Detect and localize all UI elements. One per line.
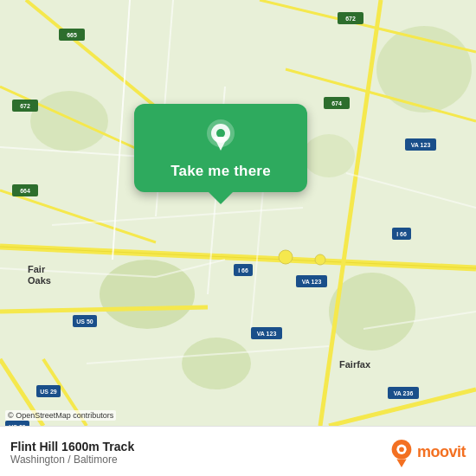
location-subtitle: Washington / Baltimore xyxy=(10,453,134,466)
svg-point-69 xyxy=(399,447,404,452)
svg-point-31 xyxy=(315,254,325,265)
moovit-logo: moovit xyxy=(389,438,466,467)
svg-text:VA 123: VA 123 xyxy=(302,279,322,285)
svg-text:Fairfax: Fairfax xyxy=(339,359,371,370)
svg-text:US 29: US 29 xyxy=(40,389,57,395)
location-title: Flint Hill 1600m Track xyxy=(10,440,134,453)
osm-attribution: © OpenStreetMap contributors xyxy=(5,410,116,421)
moovit-brand-text: moovit xyxy=(417,443,466,461)
svg-text:672: 672 xyxy=(345,16,356,22)
svg-text:665: 665 xyxy=(67,32,77,38)
svg-text:674: 674 xyxy=(331,100,342,106)
svg-point-30 xyxy=(279,250,293,264)
svg-text:VA 236: VA 236 xyxy=(394,390,414,396)
svg-point-65 xyxy=(216,129,225,138)
svg-text:Fair: Fair xyxy=(28,264,46,274)
take-me-there-label: Take me there xyxy=(170,163,271,180)
svg-text:672: 672 xyxy=(20,103,30,109)
location-info: Flint Hill 1600m Track Washington / Balt… xyxy=(10,440,134,466)
map-svg: 665 672 672 674 VA 123 664 I 66 I 66 VA … xyxy=(0,0,476,426)
svg-point-6 xyxy=(303,134,355,177)
location-pin-icon xyxy=(202,118,240,156)
svg-text:Oaks: Oaks xyxy=(28,275,51,286)
svg-text:VA 123: VA 123 xyxy=(257,331,277,337)
svg-text:664: 664 xyxy=(20,188,30,194)
take-me-there-popup[interactable]: Take me there xyxy=(134,104,307,192)
svg-point-2 xyxy=(182,338,251,389)
svg-text:I 66: I 66 xyxy=(238,267,248,273)
svg-marker-70 xyxy=(396,459,406,466)
svg-text:I 66: I 66 xyxy=(396,231,407,237)
svg-text:VA 123: VA 123 xyxy=(411,142,431,148)
bottom-bar: Flint Hill 1600m Track Washington / Balt… xyxy=(0,426,476,476)
svg-point-5 xyxy=(30,91,108,151)
map-container: 665 672 672 674 VA 123 664 I 66 I 66 VA … xyxy=(0,0,476,476)
moovit-pin-icon xyxy=(389,438,414,467)
svg-text:US 50: US 50 xyxy=(76,318,93,325)
